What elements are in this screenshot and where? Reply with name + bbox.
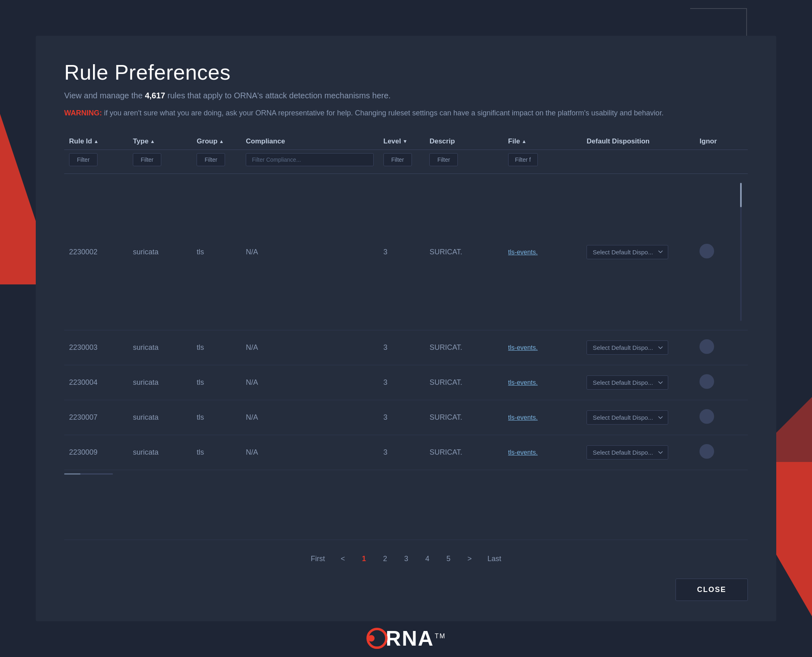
cell-group: tls [192,435,241,470]
disposition-select[interactable]: Select Default Dispo... Alert Drop Pass … [587,340,668,355]
cell-level: 3 [379,330,425,365]
table-row: 2230007 suricata tls N/A 3 SURICAT. tls-… [64,400,748,435]
cell-compliance: N/A [241,174,379,330]
pagination-page-4[interactable]: 4 [418,551,436,566]
cell-group: tls [192,330,241,365]
cell-scrollbar [734,365,748,400]
pagination-last[interactable]: Last [482,551,507,566]
col-header-ignore: Ignor [695,133,734,150]
logo-o-icon [366,628,388,649]
table-container: Rule Id ▲ Type ▲ Group ▲ [64,133,748,533]
warning-text: WARNING: if you aren't sure what you are… [64,108,748,119]
cell-ignore [695,330,734,365]
sort-icon-rule-id: ▲ [94,139,99,144]
cell-ignore [695,365,734,400]
filter-button-description[interactable]: Filter [429,153,458,166]
page-title: Rule Preferences [64,60,748,85]
close-button[interactable]: CLOSE [676,579,748,601]
pagination-first[interactable]: First [305,551,331,566]
sort-icon-group: ▲ [219,139,224,144]
col-header-scroll [734,133,748,150]
disposition-select[interactable]: Select Default Dispo... Alert Drop Pass … [587,445,668,460]
disposition-select[interactable]: Select Default Dispo... Alert Drop Pass … [587,245,668,259]
filter-button-type[interactable]: Filter [133,153,161,166]
cell-ignore [695,174,734,330]
sort-icon-level: ▼ [403,139,407,144]
cell-description: SURICAT. [424,174,503,330]
ignore-toggle[interactable] [699,409,714,424]
filter-cell-compliance [241,150,379,174]
cell-rule-id: 2230009 [64,435,128,470]
vertical-scrollbar-track[interactable] [740,183,742,321]
pagination-page-5[interactable]: 5 [440,551,457,566]
disposition-select[interactable]: Select Default Dispo... Alert Drop Pass … [587,375,668,390]
pagination-page-3[interactable]: 3 [397,551,415,566]
cell-disposition: Select Default Dispo... Alert Drop Pass … [582,435,695,470]
cell-scrollbar [734,435,748,470]
filter-button-file[interactable]: Filter f [508,153,538,166]
ignore-toggle[interactable] [699,444,714,459]
filter-button-rule-id[interactable]: Filter [69,153,97,166]
table-row: 2230002 suricata tls N/A 3 SURICAT. tls-… [64,174,748,330]
cell-description: SURICAT. [424,330,503,365]
col-header-group[interactable]: Group ▲ [192,133,241,150]
cell-scrollbar [734,330,748,365]
cell-level: 3 [379,365,425,400]
table-body: 2230002 suricata tls N/A 3 SURICAT. tls-… [64,174,748,470]
ignore-toggle[interactable] [699,374,714,389]
col-header-description: Descrip [424,133,503,150]
pagination-page-2[interactable]: 2 [376,551,394,566]
pagination-bar: First < 1 2 3 4 5 > Last [64,540,748,575]
filter-button-level[interactable]: Filter [383,153,412,166]
horizontal-scrollbar[interactable] [64,473,113,475]
filter-cell-group: Filter [192,150,241,174]
filter-cell-ignore [695,150,734,174]
modal-container: Rule Preferences View and manage the 4,6… [36,36,776,621]
file-link[interactable]: tls-events. [508,379,538,386]
filter-cell-description: Filter [424,150,503,174]
cell-rule-id: 2230003 [64,330,128,365]
col-header-level[interactable]: Level ▼ [379,133,425,150]
cell-compliance: N/A [241,365,379,400]
cell-rule-id: 2230002 [64,174,128,330]
col-header-rule-id[interactable]: Rule Id ▲ [64,133,128,150]
cell-group: tls [192,365,241,400]
disposition-select[interactable]: Select Default Dispo... Alert Drop Pass … [587,410,668,425]
ignore-toggle[interactable] [699,339,714,354]
cell-file: tls-events. [503,365,582,400]
ignore-toggle[interactable] [699,244,714,258]
cell-type: suricata [128,174,192,330]
rules-table: Rule Id ▲ Type ▲ Group ▲ [64,133,748,470]
filter-cell-scroll [734,150,748,174]
table-row: 2230003 suricata tls N/A 3 SURICAT. tls-… [64,330,748,365]
file-link[interactable]: tls-events. [508,249,538,256]
cell-rule-id: 2230007 [64,400,128,435]
logo-text: RNATM [386,628,446,649]
col-header-file[interactable]: File ▲ [503,133,582,150]
pagination-page-1[interactable]: 1 [355,551,373,566]
cell-disposition: Select Default Dispo... Alert Drop Pass … [582,330,695,365]
horizontal-scrollbar-thumb [64,473,80,475]
file-link[interactable]: tls-events. [508,449,538,456]
filter-cell-level: Filter [379,150,425,174]
table-row: 2230004 suricata tls N/A 3 SURICAT. tls-… [64,365,748,400]
file-link[interactable]: tls-events. [508,344,538,351]
subtitle: View and manage the 4,617 rules that app… [64,91,748,100]
cell-group: tls [192,400,241,435]
cell-level: 3 [379,400,425,435]
cell-type: suricata [128,330,192,365]
col-header-type[interactable]: Type ▲ [128,133,192,150]
filter-cell-type: Filter [128,150,192,174]
filter-input-compliance[interactable] [246,153,374,166]
pagination-next[interactable]: > [461,551,479,566]
cell-compliance: N/A [241,435,379,470]
filter-cell-file: Filter f [503,150,582,174]
file-link[interactable]: tls-events. [508,414,538,421]
cell-level: 3 [379,174,425,330]
filter-cell-disposition [582,150,695,174]
pagination-prev[interactable]: < [334,551,352,566]
cell-level: 3 [379,435,425,470]
cell-scrollbar [734,174,748,330]
filter-button-group[interactable]: Filter [197,153,225,166]
vertical-scrollbar-thumb [740,183,742,207]
